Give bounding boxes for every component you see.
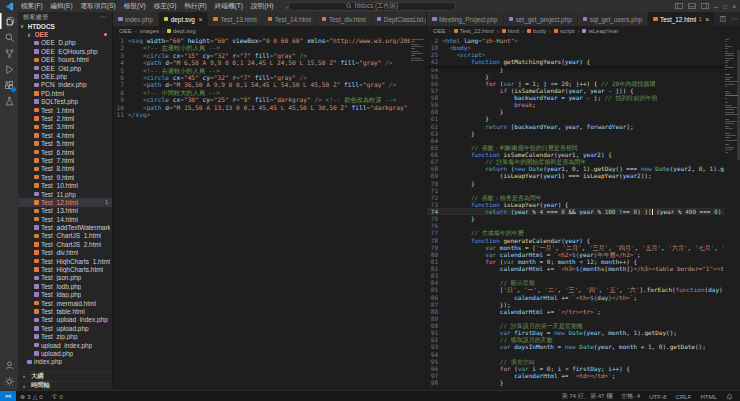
minimize-button[interactable]: ─ <box>714 3 719 10</box>
file-item-Test_2.html[interactable]: Test_2.html <box>18 114 112 122</box>
activitybar-explorer[interactable] <box>0 13 18 29</box>
file-item-Test_7.html[interactable]: Test_7.html <box>18 156 112 164</box>
code-line-92[interactable]: 92 // 獲取該月的天數 <box>427 336 724 343</box>
file-item-Test_ldap.php[interactable]: Test_ldap.php <box>18 291 112 299</box>
code-line-3[interactable]: 3 <circle cx="15" cy="32" r="7" fill="gr… <box>113 52 410 59</box>
encoding[interactable]: UTF-8 <box>645 393 670 400</box>
file-item-Test_addTextWatermark.php[interactable]: Test_addTextWatermark.php <box>18 223 112 231</box>
activitybar-extensions[interactable] <box>0 77 18 93</box>
editor-test12-html[interactable]: 2<html lang="zh-Hant">18 <body>25 <scrip… <box>427 36 740 390</box>
file-item-upload_index.php[interactable]: upload_index.php <box>18 341 112 349</box>
code-line-59[interactable]: 59 break; <box>427 101 724 108</box>
file-item-Test_lodb.php[interactable]: Test_lodb.php <box>18 282 112 290</box>
code-line-11[interactable]: 11</svg> <box>113 111 410 118</box>
code-line-75[interactable]: 75 } <box>427 215 724 222</box>
toggle-secondary-sidebar-icon[interactable] <box>701 2 709 10</box>
tab-sql_get_users.php[interactable]: sql_get_users.php <box>578 12 648 26</box>
file-item-Test_10.html[interactable]: Test_10.html <box>18 181 112 189</box>
folder-item-OEE[interactable]: ∨OEE <box>18 30 112 38</box>
menu-選取項目(S)[interactable]: 選取項目(S) <box>77 2 120 9</box>
file-item-Test_3.html[interactable]: Test_3.html <box>18 123 112 131</box>
code-line-70[interactable]: 70 } <box>427 180 724 187</box>
file-item-upload.php[interactable]: upload.php <box>18 349 112 357</box>
code-line-96[interactable]: 96 for (var i = 0; i < firstDay; i++) { <box>427 365 724 372</box>
code-line-86[interactable]: 86 calendarHtml += `<th>${day}</th>`; <box>427 294 724 301</box>
menu-執行(R)[interactable]: 執行(R) <box>180 2 210 9</box>
code-line-25[interactable]: 25 <script> <box>427 51 724 58</box>
code-line-1[interactable]: 1<svg width="60" height="60" viewBox="0 … <box>113 37 410 44</box>
file-item-Test_8.html[interactable]: Test_8.html <box>18 165 112 173</box>
code-line-88[interactable]: 88 calendarHtml += `</tr><tr>`; <box>427 308 724 315</box>
code-line-97[interactable]: 97 calendarHtml += `<td></td>`; <box>427 372 724 379</box>
tab-Test_12.html[interactable]: Test_12.html1× <box>648 12 715 26</box>
code-line-72[interactable]: 72 // 函數：檢查是否為閏年 <box>427 194 724 201</box>
file-item-Test_14.html[interactable]: Test_14.html <box>18 215 112 223</box>
language-mode[interactable]: HTML <box>696 393 721 400</box>
code-line-67[interactable]: 67 // 計算每年的開始星期和是否為閏年 <box>427 158 724 165</box>
tab-Test_14.html[interactable]: Test_14.html <box>263 12 317 26</box>
problems-indicator[interactable]: ⊗ 3 △ 0 <box>16 393 47 400</box>
code-line-68[interactable]: 68 return (new Date(year1, 0, 1).getDay(… <box>427 165 724 172</box>
code-line-2[interactable]: 2<html lang="zh-Hant"> <box>427 37 724 44</box>
remote-indicator[interactable]: >< <box>0 391 16 401</box>
explorer-more-icon[interactable]: ⋯ <box>100 13 107 21</box>
indentation[interactable]: 空格: 4 <box>617 392 644 401</box>
code-line-77[interactable]: 77 // 生成每年的年曆 <box>427 229 724 236</box>
code-line-93[interactable]: 93 var daysInMonth = new Date(year, mont… <box>427 343 724 350</box>
close-tab-icon[interactable]: × <box>705 16 709 23</box>
breadcrumb-item-OEE[interactable]: OEE <box>433 28 446 34</box>
file-item-Test_json.php[interactable]: Test_json.php <box>18 274 112 282</box>
menu-檔案(F)[interactable]: 檔案(F) <box>17 2 47 9</box>
code-line-79[interactable]: 79 var months = ['一月', '二月', '三月', '四月',… <box>427 244 724 251</box>
breadcrumb-item-html[interactable]: html <box>502 28 519 34</box>
code-line-84[interactable]: 84 // 顯示星期 <box>427 279 724 286</box>
code-line-4[interactable]: 4 <path d="M 6,50 A 9,9 0 0,1 24,45 L 24… <box>113 59 410 66</box>
code-line-74[interactable]: 74 return (year % 4 === 0 && year % 100 … <box>427 208 724 215</box>
tab-dept.svg[interactable]: dept.svg× <box>159 12 209 26</box>
code-line-63[interactable]: 63 } <box>427 130 724 137</box>
code-line-98[interactable]: 98 } <box>427 379 724 386</box>
editor-dept-svg[interactable]: 1<svg width="60" height="60" viewBox="0 … <box>113 36 426 390</box>
breadcrumb-item-script[interactable]: script <box>554 28 574 34</box>
tab-Test_13.html[interactable]: Test_13.html <box>208 12 262 26</box>
code-line-83[interactable]: 83 <box>427 272 724 279</box>
menu-終端機(T)[interactable]: 終端機(T) <box>211 2 247 9</box>
file-item-Test_ChartJS_2.html[interactable]: Test_ChartJS_2.html <box>18 240 112 248</box>
tab-Meeting_Project.php[interactable]: Meeting_Project.php <box>427 12 504 26</box>
file-item-OEE_hours.html[interactable]: OEE_hours.html <box>18 56 112 64</box>
code-line-81[interactable]: 81 for (var month = 0; month < 12; month… <box>427 258 724 265</box>
breadcrumb-item-Test_12.html[interactable]: Test_12.html <box>454 28 494 34</box>
file-item-index.php[interactable]: index.php <box>18 358 112 366</box>
file-item-Test_upload_index.php[interactable]: Test_upload_index.php <box>18 316 112 324</box>
toggle-sidebar-icon[interactable] <box>675 2 683 10</box>
activitybar-run-debug[interactable] <box>0 61 18 77</box>
file-item-SQLTest.php[interactable]: SQLTest.php <box>18 98 112 106</box>
more-actions-icon[interactable]: ⋯ <box>731 15 738 23</box>
code-line-91[interactable]: 91 var firstDay = new Date(year, month, … <box>427 329 724 336</box>
file-item-OEE.php[interactable]: OEE.php <box>18 72 112 80</box>
breadcrumb-item-images[interactable]: images <box>140 28 159 34</box>
code-line-73[interactable]: 73 function isLeapYear(year) { <box>427 201 724 208</box>
code-line-6[interactable]: 6 <circle cx="45" cy="32" r="7" fill="gr… <box>113 74 410 81</box>
cursor-position[interactable]: 第 74 行、第 47 欄 <box>557 392 616 401</box>
breadcrumb-item-isLeapYear[interactable]: isLeapYear <box>582 28 618 34</box>
menu-編輯(E)[interactable]: 編輯(E) <box>47 2 77 9</box>
tab-Test_div.html[interactable]: Test_div.html <box>317 12 372 26</box>
folder-item-HTDOCS[interactable]: ∨HTDOCS <box>18 22 112 30</box>
code-line-90[interactable]: 90 // 計算該月的第一天是星期幾 <box>427 322 724 329</box>
code-line-10[interactable]: 10 <path d="M 15,50 A 13,13 0 0,1 45,45 … <box>113 104 410 111</box>
file-item-Test_6.html[interactable]: Test_6.html <box>18 148 112 156</box>
minimap[interactable] <box>411 37 424 390</box>
file-item-Test_9.html[interactable]: Test_9.html <box>18 173 112 181</box>
code-line-54[interactable]: 54 } <box>427 66 724 73</box>
code-line-94[interactable]: 94 <box>427 351 724 358</box>
file-item-Test_4.html[interactable]: Test_4.html <box>18 131 112 139</box>
code-line-57[interactable]: 57 if (isSameCalendar(year, year - j)) { <box>427 87 724 94</box>
eol-sequence[interactable]: CRLF <box>671 393 695 400</box>
code-line-18[interactable]: 18 <body> <box>427 44 724 51</box>
file-item-Test_table.html[interactable]: Test_table.html <box>18 307 112 315</box>
activitybar-source-control[interactable] <box>0 45 18 61</box>
code-line-2[interactable]: 2 <!-- 左邊較小的人員 --> <box>113 44 410 51</box>
file-item-Test_5.html[interactable]: Test_5.html <box>18 139 112 147</box>
activitybar-search[interactable] <box>0 29 18 45</box>
